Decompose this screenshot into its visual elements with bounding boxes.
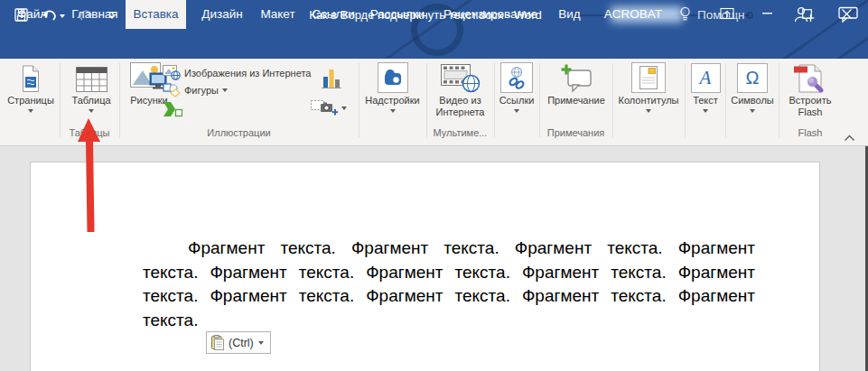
pages-label: Страницы	[4, 95, 58, 107]
tab-acrobat[interactable]: ACROBAT	[599, 0, 667, 29]
group-label-illustrations: Иллюстрации	[119, 127, 359, 140]
table-button[interactable]: Таблица	[63, 60, 119, 113]
chevron-up-icon	[844, 134, 855, 142]
group-separator	[725, 63, 726, 137]
minimize-button[interactable]	[747, 0, 787, 27]
comment-label: Примечание	[541, 95, 611, 107]
symbols-button[interactable]: Ω Символы	[727, 60, 778, 113]
ribbon: Страницы Таблица Таблицы Рисунки Изображ…	[0, 59, 868, 146]
group-separator	[612, 63, 613, 137]
paste-options-dropdown-arrow	[258, 341, 264, 345]
online-video-button[interactable]: Видео из Интернета	[426, 60, 494, 118]
text-button[interactable]: A Текст	[686, 60, 724, 113]
header-footer-iconbox	[631, 62, 666, 93]
shapes-icon	[163, 83, 181, 97]
comments-panel-button[interactable]	[838, 0, 858, 29]
tab-references[interactable]: Ссылки	[310, 0, 357, 29]
screenshot-icon	[311, 100, 338, 116]
addins-iconbox	[378, 62, 408, 93]
table-label: Таблица	[63, 95, 119, 107]
shapes-label: Фигуры	[184, 85, 219, 96]
embed-flash-label: Встроить Flash	[784, 95, 836, 118]
online-pictures-label: Изображения из Интернета	[184, 68, 311, 79]
group-separator	[539, 63, 540, 137]
online-video-icon	[441, 63, 481, 93]
table-dropdown-arrow	[89, 109, 94, 113]
group-separator	[779, 63, 779, 137]
shapes-dropdown-arrow	[222, 88, 228, 92]
pages-icon	[20, 65, 42, 93]
group-label-comments: Примечания	[539, 127, 612, 140]
minimize-icon	[762, 13, 772, 14]
paragraph-line[interactable]: Фрагмент текста. Фрагмент текста. Фрагме…	[143, 237, 755, 261]
group-separator	[685, 63, 686, 137]
pages-dropdown-arrow	[28, 109, 33, 113]
pages-button[interactable]: Страницы	[4, 60, 58, 113]
online-pictures-icon	[163, 65, 181, 80]
symbols-dropdown-arrow	[750, 109, 755, 113]
paragraph: Фрагмент текста. Фрагмент текста. Фрагме…	[143, 237, 755, 332]
group-label-media: Мультиме...	[426, 127, 494, 140]
online-video-label: Видео из Интернета	[429, 95, 492, 118]
document-area: Фрагмент текста. Фрагмент текста. Фрагме…	[0, 146, 868, 371]
text-icon: A	[691, 63, 721, 93]
chart-icon	[322, 66, 341, 89]
links-icon	[506, 66, 527, 89]
word-window: Как в Ворде подчеркнуть текст.docx - Wor…	[0, 0, 868, 371]
document-page[interactable]: Фрагмент текста. Фрагмент текста. Фрагме…	[30, 162, 820, 371]
group-separator	[119, 63, 120, 137]
paragraph-line[interactable]: текста. Фрагмент текста. Фрагмент текста…	[143, 261, 755, 285]
addins-button[interactable]: Надстройки	[359, 60, 426, 113]
online-pictures-button[interactable]: Изображения из Интернета	[163, 65, 311, 80]
addins-label: Надстройки	[359, 95, 426, 107]
links-button[interactable]: Ссылки	[496, 60, 537, 113]
embed-flash-icon	[793, 62, 827, 93]
group-label-tables: Таблицы	[60, 127, 119, 140]
tab-layout[interactable]: Макет	[255, 0, 301, 29]
paste-options-button[interactable]: (Ctrl)	[206, 331, 271, 354]
screenshot-button[interactable]	[311, 100, 347, 116]
addins-dropdown-arrow	[390, 109, 396, 113]
addins-icon	[383, 68, 403, 88]
tab-insert[interactable]: Вставка	[126, 0, 186, 29]
share-person-icon	[793, 6, 815, 23]
tab-view[interactable]: Вид	[553, 0, 586, 29]
embed-flash-button[interactable]: Встроить Flash	[780, 60, 840, 118]
header-footer-dropdown-arrow	[646, 109, 651, 113]
header-footer-button[interactable]: Колонтитулы	[614, 60, 683, 113]
header-footer-icon	[639, 66, 658, 89]
lightbulb-icon	[679, 6, 691, 23]
table-icon	[76, 67, 107, 93]
screenshot-dropdown-arrow	[341, 107, 347, 110]
links-iconbox	[500, 62, 533, 93]
tab-design[interactable]: Дизайн	[194, 0, 250, 29]
tab-file[interactable]: Файл	[11, 0, 53, 29]
symbols-icon: Ω	[737, 63, 768, 93]
smartart-button[interactable]	[163, 101, 182, 117]
chart-button[interactable]	[322, 66, 341, 89]
shapes-button[interactable]: Фигуры	[163, 83, 228, 97]
links-label: Ссылки	[496, 95, 537, 107]
links-dropdown-arrow	[514, 109, 519, 113]
collapse-ribbon-button[interactable]	[844, 129, 855, 145]
comment-button[interactable]: Примечание	[541, 60, 611, 107]
smartart-icon	[163, 101, 182, 117]
group-separator	[60, 63, 61, 137]
helper-label: Помощн	[697, 8, 745, 22]
group-separator	[494, 63, 495, 137]
tab-review[interactable]: Рецензирование	[438, 0, 543, 29]
text-label: Текст	[686, 95, 724, 107]
tab-mailings[interactable]: Рассылки	[368, 0, 427, 29]
text-dropdown-arrow	[703, 109, 708, 113]
share-button[interactable]	[793, 0, 815, 29]
paragraph-line[interactable]: текста.	[143, 309, 755, 333]
tell-me-helper[interactable]: Помощн	[679, 0, 745, 29]
paste-options-icon	[211, 335, 224, 350]
comment-bubble-icon	[838, 6, 858, 23]
new-comment-icon	[561, 64, 592, 93]
paste-options-label: (Ctrl)	[229, 337, 254, 349]
paragraph-line[interactable]: текста. Фрагмент текста. Фрагмент текста…	[143, 284, 755, 309]
tab-home[interactable]: Главная	[64, 0, 126, 29]
ribbon-tab-bar	[0, 30, 868, 59]
group-label-flash: Flash	[779, 127, 842, 140]
